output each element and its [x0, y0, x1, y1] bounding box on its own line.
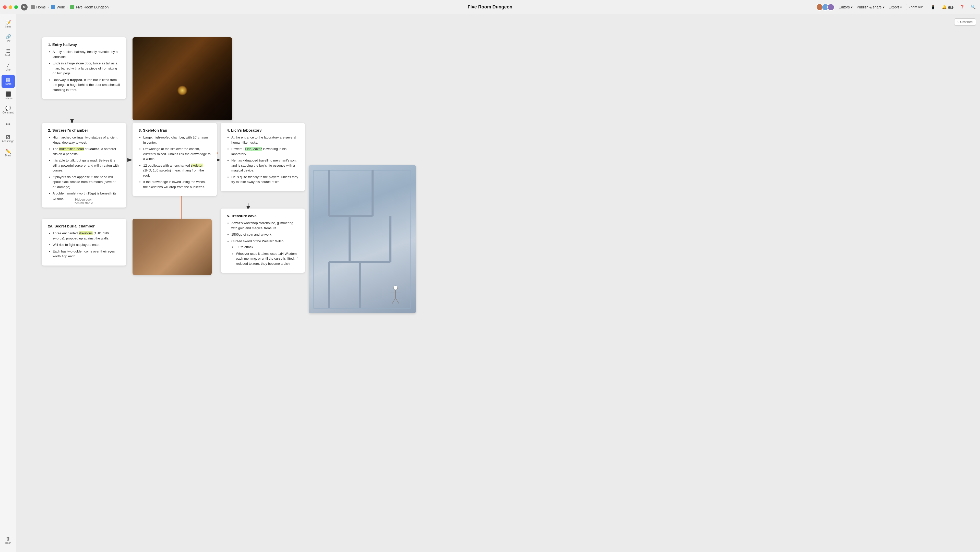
- list-item: Whoever uses it takes loses 1d4 Wisdom e…: [236, 251, 299, 266]
- card-skeleton-trap[interactable]: 3. Skeleton trap Large, high-roofed cham…: [132, 123, 217, 196]
- list-item: Large, high-roofed chamber, with 20' cha…: [143, 135, 211, 145]
- work-icon: [51, 5, 55, 9]
- mummified-head-highlight: mummified head: [59, 147, 84, 151]
- board-icon: ▦: [6, 77, 10, 82]
- list-item: A truly ancient hallway, freshly reveale…: [52, 49, 120, 59]
- treasure-cave-title: 5. Treasure cave: [227, 214, 299, 218]
- sidebar-item-board[interactable]: ▦ Board: [2, 75, 15, 88]
- notification-badge: 21: [948, 6, 953, 9]
- sidebar-item-comment[interactable]: 💬 Comment: [2, 103, 15, 116]
- sidebar-item-more[interactable]: •••: [2, 118, 15, 131]
- sidebar-item-column[interactable]: ⬛ Column: [2, 89, 15, 102]
- editors-label: Editors: [838, 5, 850, 9]
- traffic-lights: [3, 5, 18, 9]
- todo-icon: ☰: [6, 49, 10, 53]
- editor-avatars: [818, 3, 834, 11]
- breadcrumb-separator-1: ›: [48, 5, 49, 9]
- close-button[interactable]: [3, 5, 6, 9]
- entry-hallway-title: 1. Entry hallway: [48, 42, 120, 47]
- braxas-text: Braxas: [88, 147, 99, 151]
- breadcrumb-home[interactable]: Home: [31, 5, 46, 9]
- breadcrumb-dungeon[interactable]: Five Room Dungeon: [70, 5, 108, 9]
- topbar-right: Editors ▾ Publish & share ▾ Export ▾ Zoo…: [818, 3, 977, 11]
- list-item: He has kidnapped travelling merchant's s…: [231, 158, 299, 173]
- lich-laboratory-title: 4. Lich's laboratory: [227, 128, 299, 132]
- sorcerers-title: 2. Sorcerer's chamber: [48, 128, 120, 132]
- help-button[interactable]: ❓: [959, 3, 966, 11]
- question-icon: ❓: [959, 5, 965, 9]
- export-label: Export: [889, 5, 899, 9]
- list-item: Ends in a huge stone door, twice as tall…: [52, 61, 120, 76]
- search-button[interactable]: 🔍: [970, 3, 977, 11]
- sidebar-addimage-label: Add image: [2, 140, 14, 143]
- list-item: At the entrance to the laboratory are se…: [231, 135, 299, 145]
- bell-icon: 🔔: [942, 5, 947, 9]
- sidebar-draw-label: Draw: [5, 154, 11, 157]
- unsorted-label: 0 Unsorted: [958, 20, 973, 24]
- card-sorcerers-chamber[interactable]: 2. Sorcerer's chamber High, arched ceili…: [42, 123, 126, 207]
- card-entry-hallway[interactable]: 1. Entry hallway A truly ancient hallway…: [42, 37, 126, 99]
- skeleton-trap-bullets: Large, high-roofed chamber, with 20' cha…: [138, 135, 211, 189]
- maximize-button[interactable]: [14, 5, 18, 9]
- sidebar-board-label: Board: [5, 83, 11, 85]
- minimize-button[interactable]: [9, 5, 12, 9]
- user-avatar: M: [21, 4, 27, 11]
- editors-button[interactable]: Editors ▾: [838, 5, 853, 9]
- sidebar-item-add-image[interactable]: 🖼 Add image: [2, 132, 15, 145]
- skeleton-trap-title: 3. Skeleton trap: [138, 128, 211, 132]
- list-item: The mummified head of Braxas, a sorcerer…: [52, 147, 120, 156]
- comment-icon: 💬: [5, 106, 11, 111]
- sidebar-item-link[interactable]: 🔗 Link: [2, 32, 15, 45]
- sidebar-item-draw[interactable]: ✏️ Draw: [2, 146, 15, 160]
- draw-icon: ✏️: [5, 149, 11, 153]
- more-icon: •••: [6, 122, 11, 126]
- list-item: Zazaz's workshop storehouse, glimmering …: [231, 220, 299, 231]
- card-secret-burial[interactable]: 2a. Secret burial chamber Three enchante…: [42, 219, 126, 265]
- list-item: It is able to talk, but quite mad. Beliv…: [52, 158, 120, 173]
- sidebar-line-label: Line: [6, 68, 11, 71]
- search-icon: 🔍: [971, 5, 976, 9]
- note-icon: 📝: [5, 20, 11, 25]
- nested-bullets: +1 to attack Whoever uses it takes loses…: [231, 244, 299, 266]
- sidebar-item-todo[interactable]: ☰ To-do: [2, 46, 15, 59]
- list-item: Powerful Lich, Zazaz is working in his l…: [231, 147, 299, 156]
- breadcrumb-work[interactable]: Work: [51, 5, 65, 9]
- sidebar-item-note[interactable]: 📝 Note: [2, 18, 15, 31]
- editors-chevron-icon: ▾: [851, 5, 853, 9]
- publish-label: Publish & share: [857, 5, 882, 9]
- list-item: If players do not appease it, the head w…: [52, 174, 120, 190]
- avatar-3: [827, 3, 834, 11]
- device-icon-button[interactable]: 📱: [929, 3, 937, 11]
- card-treasure-cave[interactable]: 5. Treasure cave Zazaz's workshop storeh…: [221, 209, 305, 273]
- list-item: High, arched ceilings, two statues of an…: [52, 135, 120, 145]
- page-title: Five Room Dungeon: [468, 4, 512, 10]
- sidebar: 📝 Note 🔗 Link ☰ To-do ╱ Line ▦ Board ⬛ C…: [0, 14, 16, 552]
- lich-highlight: Lich, Zazaz: [245, 147, 262, 151]
- skeletons-highlight: skeletons: [79, 231, 93, 235]
- breadcrumb-work-label: Work: [57, 5, 65, 9]
- sidebar-item-trash[interactable]: 🗑 Trash: [2, 534, 15, 547]
- list-item: +1 to attack: [236, 244, 299, 250]
- list-item: Doorway is trapped. If iron bar is lifte…: [52, 77, 120, 93]
- breadcrumb-dungeon-label: Five Room Dungeon: [76, 5, 108, 9]
- card-lich-laboratory[interactable]: 4. Lich's laboratory At the entrance to …: [221, 123, 305, 191]
- line-icon: ╱: [6, 63, 10, 68]
- maze-image: [309, 165, 416, 313]
- canvas[interactable]: 0 Unsorted 1. Entry hallway A truly anc: [16, 14, 980, 552]
- sidebar-item-line[interactable]: ╱ Line: [2, 60, 15, 73]
- unsorted-button[interactable]: 0 Unsorted: [954, 18, 976, 26]
- sidebar-link-label: Link: [6, 40, 10, 42]
- zoom-button[interactable]: Zoom out: [906, 4, 926, 10]
- list-item: If the drawbridge is lowed using the win…: [143, 179, 211, 189]
- trash-icon: 🗑: [6, 536, 11, 541]
- list-item: Three enchanted skeletons (1HD, 1d6 swor…: [52, 231, 120, 241]
- export-button[interactable]: Export ▾: [889, 5, 902, 9]
- list-item: Drawbridge at the sits over the chasm, c…: [143, 147, 211, 161]
- breadcrumb-separator-2: ›: [67, 5, 68, 9]
- trapped-text: trapped: [70, 78, 82, 82]
- notifications-button[interactable]: 🔔 21: [941, 3, 955, 11]
- list-item: Each has two golden coins over their eye…: [52, 249, 120, 259]
- ceiling-image: [132, 219, 212, 275]
- cave-image: [132, 37, 232, 120]
- publish-share-button[interactable]: Publish & share ▾: [857, 5, 885, 9]
